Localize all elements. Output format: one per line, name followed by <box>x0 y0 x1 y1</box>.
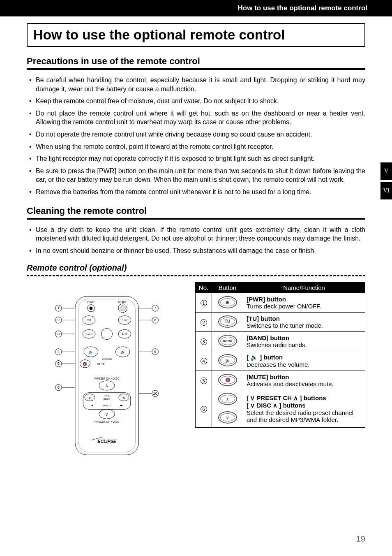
cleaning-heading: Cleaning the remote control <box>27 206 365 220</box>
row-no: 3 <box>201 338 207 345</box>
row-no: 2 <box>201 319 207 326</box>
table-row: 6 ∧ [ ∨ PRESET CH ∧ ] buttons [ ∨ DISC ∧… <box>196 390 365 409</box>
fn-desc: Turns deck power ON/OFF. <box>247 303 321 310</box>
list-item: Do not operate the remote control unit w… <box>27 130 365 139</box>
page-title: How to use the optional remote control <box>27 23 365 47</box>
band-button-icon: BAND <box>218 335 237 347</box>
svg-text:VOLUME: VOLUME <box>102 358 112 360</box>
svg-text:DISC: DISC <box>122 319 128 322</box>
svg-text:4: 4 <box>58 350 60 354</box>
fn-desc: Decreases the volume. <box>247 361 309 368</box>
table-row: 3 BAND [BAND] buttonSwitches radio bands… <box>196 332 365 351</box>
th-button: Button <box>212 283 243 293</box>
svg-text:7: 7 <box>154 306 156 310</box>
table-row: 2 TU [TU] buttonSwitches to the tuner mo… <box>196 313 365 332</box>
svg-rect-30 <box>75 297 138 455</box>
remote-subheading: Remote control (optional) <box>27 263 365 276</box>
svg-text:🔊: 🔊 <box>120 350 126 355</box>
precautions-list: Be careful when handling the control, es… <box>27 76 365 197</box>
table-row: 4 🔈 [ 🔈 ] buttonDecreases the volume. <box>196 351 365 371</box>
th-fn: Name/Function <box>243 283 365 293</box>
list-item: Be sure to press the [PWR] button on the… <box>27 167 365 184</box>
table-row: 1 ◉ [PWR] buttonTurns deck power ON/OFF. <box>196 293 365 313</box>
svg-text:∧: ∧ <box>106 384 108 388</box>
fn-desc: Switches radio bands. <box>247 341 307 348</box>
list-item: Remove the batteries from the remote con… <box>27 188 365 197</box>
content-area: How to use the optional remote control P… <box>0 23 392 461</box>
svg-text:🔇: 🔇 <box>83 362 87 367</box>
row-no: 5 <box>201 378 207 384</box>
row-no: 6 <box>201 406 207 412</box>
svg-text:⏭: ⏭ <box>120 404 123 407</box>
svg-text:9: 9 <box>154 350 156 354</box>
list-item: When using the remote control, point it … <box>27 142 365 151</box>
list-item: Use a dry cloth to keep the unit clean. … <box>27 225 365 243</box>
list-item: Do not place the remote control unit whe… <box>27 109 365 127</box>
fn-desc: Switches to the tuner mode. <box>247 322 323 329</box>
svg-text:MUTE: MUTE <box>97 363 105 366</box>
svg-text:TRACK: TRACK <box>102 404 111 407</box>
svg-text:6: 6 <box>58 385 60 389</box>
function-table-wrapper: No. Button Name/Function 1 ◉ [PWR] butto… <box>195 282 365 461</box>
svg-text:PWR: PWR <box>87 300 95 304</box>
svg-text:TU: TU <box>87 319 91 322</box>
svg-text:PRESET CH / DISC: PRESET CH / DISC <box>95 420 119 423</box>
row-no: 1 <box>201 300 207 306</box>
row-no: 4 <box>201 358 207 364</box>
th-no: No. <box>196 283 212 293</box>
tu-button-icon: TU <box>218 315 237 328</box>
fn-desc: Select the desired radio preset channel … <box>247 409 353 423</box>
lower-area: 1 2 3 4 5 6 7 8 9 10 <box>27 282 365 461</box>
header-bar: How to use the optional remote control <box>0 0 392 16</box>
svg-text:∧: ∧ <box>122 396 125 400</box>
svg-text:ECLIPSE: ECLIPSE <box>97 439 116 444</box>
vol-down-button-icon: 🔈 <box>218 354 237 366</box>
svg-text:∨: ∨ <box>88 396 91 400</box>
svg-text:SEEK: SEEK <box>104 397 111 400</box>
precautions-heading: Precautions in use of the remote control <box>27 56 365 70</box>
header-title: How to use the optional remote control <box>238 4 367 12</box>
fn-name: [BAND] button <box>247 334 289 341</box>
fn-name: [ 🔈 ] button <box>247 354 283 361</box>
svg-text:1: 1 <box>58 306 60 310</box>
fn-name: [MUTE] button <box>247 373 289 380</box>
pwr-button-icon: ◉ <box>218 296 237 308</box>
svg-text:BAND: BAND <box>86 333 92 336</box>
svg-text:∨: ∨ <box>106 412 108 417</box>
function-table: No. Button Name/Function 1 ◉ [PWR] butto… <box>195 282 365 428</box>
fn-name: [PWR] button <box>247 296 286 303</box>
svg-text:TUNE: TUNE <box>103 394 110 397</box>
list-item: The light receptor may not operate corre… <box>27 154 365 163</box>
svg-text:8: 8 <box>154 318 156 322</box>
svg-text:🔈: 🔈 <box>88 350 94 355</box>
preset-up-button-icon: ∧ <box>218 393 237 405</box>
list-item: In no event should benzine or thinner be… <box>27 246 365 255</box>
fn-name: [ ∨ PRESET CH ∧ ] buttons <box>247 394 326 401</box>
fn-name2: [ ∨ DISC ∧ ] buttons <box>247 402 306 409</box>
cleaning-list: Use a dry cloth to keep the unit clean. … <box>27 225 365 255</box>
svg-text:5: 5 <box>58 361 60 366</box>
svg-text:2: 2 <box>58 318 60 322</box>
fn-desc: Activates and deactivates mute. <box>247 380 334 387</box>
remote-svg: 1 2 3 4 5 6 7 8 9 10 <box>51 290 162 461</box>
mute-button-icon: 🔇 <box>218 374 237 386</box>
svg-text:AUX: AUX <box>122 333 127 336</box>
svg-text:PRESET CH / DISC: PRESET CH / DISC <box>95 377 119 380</box>
side-tab-v[interactable]: V <box>380 162 392 180</box>
table-row: 5 🔇 [MUTE] buttonActivates and deactivat… <box>196 371 365 390</box>
remote-diagram: 1 2 3 4 5 6 7 8 9 10 <box>27 282 187 461</box>
side-tabs: V VI <box>380 162 392 199</box>
svg-text:3: 3 <box>58 331 60 336</box>
svg-text:⏮: ⏮ <box>91 404 94 407</box>
svg-text:10: 10 <box>153 391 157 396</box>
svg-point-35 <box>90 307 93 310</box>
svg-point-37 <box>120 306 125 311</box>
side-tab-vi[interactable]: VI <box>380 182 392 199</box>
fn-name: [TU] button <box>247 315 280 322</box>
list-item: Keep the remote control free of moisture… <box>27 97 365 106</box>
page-number: 19 <box>356 534 365 544</box>
list-item: Be careful when handling the control, es… <box>27 76 365 93</box>
preset-down-button-icon: ∨ <box>218 411 237 424</box>
svg-text:MODE: MODE <box>118 300 127 304</box>
